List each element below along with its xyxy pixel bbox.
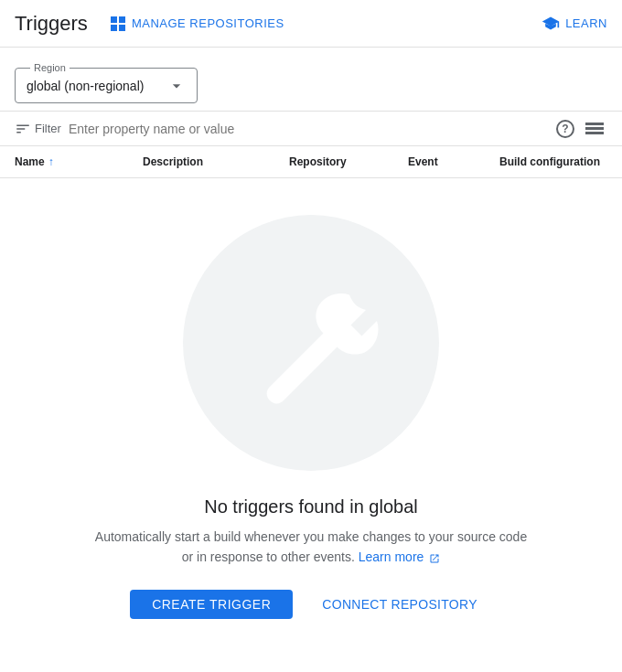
create-trigger-button[interactable]: CREATE TRIGGER: [130, 590, 293, 619]
learn-more-link[interactable]: Learn more: [359, 549, 440, 564]
col-repository[interactable]: Repository: [289, 155, 408, 168]
density-bar-1: [585, 123, 604, 125]
connect-repository-button[interactable]: CONNECT REPOSITORY: [307, 590, 492, 619]
manage-repositories-label: MANAGE REPOSITORIES: [132, 16, 284, 30]
help-icon[interactable]: ?: [556, 120, 574, 138]
action-buttons: CREATE TRIGGER CONNECT REPOSITORY: [130, 590, 492, 619]
density-bar-3: [585, 132, 604, 134]
app-header: Triggers MANAGE REPOSITORIES LEARN: [0, 0, 622, 48]
region-legend: Region: [30, 62, 70, 73]
svg-rect-1: [119, 16, 125, 23]
page-title: Triggers: [15, 12, 88, 36]
filter-input[interactable]: [69, 122, 549, 136]
empty-state-description: Automatically start a build whenever you…: [91, 527, 531, 568]
col-event[interactable]: Event: [408, 155, 499, 168]
sort-arrow-icon: ↑: [48, 155, 54, 168]
empty-state-illustration: [183, 215, 439, 471]
region-fieldset: Region global (non-regional): [15, 62, 198, 103]
wrench-icon: [242, 274, 380, 411]
chevron-down-icon: [167, 77, 186, 95]
filter-label: Filter: [35, 122, 61, 135]
learn-label: LEARN: [565, 16, 607, 30]
table-header: Name ↑ Description Repository Event Buil…: [0, 146, 622, 178]
filter-icon-label: Filter: [15, 121, 61, 137]
grid-icon: [110, 16, 126, 32]
svg-rect-0: [111, 16, 117, 23]
density-bar-2: [585, 127, 604, 130]
svg-rect-3: [119, 25, 125, 31]
filter-lines-icon: [15, 121, 31, 137]
filter-bar: Filter ?: [0, 111, 622, 146]
col-description[interactable]: Description: [143, 155, 289, 168]
learn-link[interactable]: LEARN: [542, 15, 607, 33]
svg-rect-2: [111, 25, 117, 31]
empty-state: No triggers found in global Automaticall…: [0, 178, 622, 656]
region-selected-value: global (non-regional): [27, 79, 144, 93]
col-name[interactable]: Name ↑: [15, 155, 143, 168]
graduation-cap-icon: [542, 15, 560, 33]
density-toggle[interactable]: [582, 119, 607, 138]
col-build-configuration[interactable]: Build configuration: [499, 155, 622, 168]
empty-state-title: No triggers found in global: [204, 496, 417, 517]
region-section: Region global (non-regional): [0, 48, 622, 111]
manage-repositories-link[interactable]: MANAGE REPOSITORIES: [110, 16, 284, 32]
region-select[interactable]: global (non-regional): [27, 73, 186, 95]
external-link-icon: [429, 553, 440, 564]
